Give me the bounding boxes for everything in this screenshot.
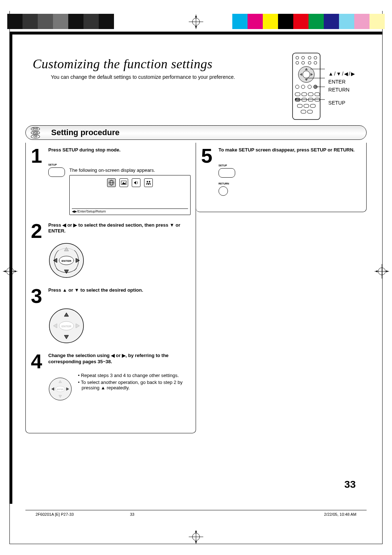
steps-left-column: 1 Press SETUP during stop mode. SETUP Th… [25, 143, 196, 433]
dpad-icon: ENTER [48, 308, 85, 344]
remote-arrows-label: ▲/▼/◀/▶ [328, 71, 356, 77]
svg-marker-9 [195, 541, 197, 543]
svg-marker-19 [386, 270, 388, 272]
step-heading: Press ◀ or ▶ to select the desired secti… [48, 222, 191, 235]
svg-marker-57 [122, 182, 126, 184]
audio-icon [132, 178, 140, 187]
osd-display: ◀▶/Enter/Setup/Return [69, 175, 191, 215]
step-heading: To make SETUP screen disappear, press SE… [219, 147, 355, 153]
svg-marker-18 [375, 270, 377, 272]
step-heading: Press ▲ or ▼ to select the desired optio… [48, 287, 143, 293]
dpad-icon: ENTER [48, 373, 72, 405]
footer: 2F60201A [E] P27-33 33 2/22/05, 10:48 AM [36, 512, 356, 516]
footer-rule [25, 510, 367, 510]
svg-point-30 [303, 71, 310, 78]
footer-mid: 33 [130, 512, 134, 516]
step-heading: Change the selection using ◀ or ▶, by re… [48, 353, 191, 365]
remote-enter-label: ENTER [328, 79, 356, 85]
svg-point-59 [149, 181, 150, 182]
disc-vcd: VCD [31, 131, 40, 135]
globe-icon [107, 178, 116, 187]
svg-text:ENTER: ENTER [61, 325, 71, 328]
page-number: 33 [344, 479, 356, 490]
svg-text:ENTER: ENTER [57, 388, 64, 390]
step-number: 2 [31, 222, 45, 240]
step-5: 5 To make SETUP screen disappear, press … [201, 147, 361, 197]
step-4: 4 Change the selection using ◀ or ▶, by … [31, 353, 191, 406]
disc-dvd: DVD [31, 127, 40, 131]
setup-button-icon: SETUP [48, 167, 65, 178]
color-bars [0, 14, 392, 29]
step-description: The following on-screen display appears. [69, 167, 191, 173]
section-heading: Setting procedure [51, 128, 119, 137]
top-band [9, 32, 383, 35]
steps-right-column: 5 To make SETUP screen disappear, press … [196, 143, 367, 212]
svg-text:ENTER: ENTER [61, 259, 71, 263]
step-heading: Press SETUP during stop mode. [48, 147, 121, 153]
bullet-item: To select another operation, go back to … [78, 380, 191, 390]
step-bullets: Repeat steps 3 and 4 to change other set… [78, 373, 191, 392]
remote-return-label: RETURN [328, 87, 356, 93]
step-number: 1 [31, 147, 45, 165]
return-button-icon: RETURN [219, 186, 361, 197]
footer-left: 2F60201A [E] P27-33 [36, 512, 74, 516]
svg-marker-14 [15, 270, 17, 272]
disc-badges: DVD VCD CD [31, 127, 40, 139]
disc-cd: CD [31, 135, 40, 138]
step-1: 1 Press SETUP during stop mode. SETUP Th… [31, 147, 191, 215]
step-3: 3 Press ▲ or ▼ to select the desired opt… [31, 287, 191, 345]
registration-mark-icon [189, 530, 203, 544]
svg-marker-13 [4, 270, 6, 272]
registration-mark-icon [375, 264, 389, 279]
parental-icon [144, 178, 153, 187]
setup-button-icon: SETUP [219, 168, 361, 179]
bullet-item: Repeat steps 3 and 4 to change other set… [78, 373, 191, 378]
step-number: 4 [31, 353, 45, 370]
svg-point-58 [147, 181, 148, 182]
step-number: 3 [31, 287, 45, 305]
dpad-icon: ENTER [48, 242, 85, 279]
section-header: DVD VCD CD Setting procedure [25, 125, 367, 140]
svg-marker-8 [195, 530, 197, 532]
step-2: 2 Press ◀ or ▶ to select the desired sec… [31, 222, 191, 280]
page-content: Customizing the function settings You ca… [25, 36, 367, 530]
remote-icon [292, 53, 325, 120]
picture-icon [119, 178, 128, 187]
remote-setup-label: SETUP [328, 100, 356, 106]
remote-diagram: ▲/▼/◀/▶ ENTER RETURN SETUP [292, 53, 356, 120]
osd-footer: ◀▶/Enter/Setup/Return [72, 208, 188, 213]
registration-mark-icon [3, 264, 17, 279]
footer-right: 2/22/05, 10:48 AM [324, 512, 356, 516]
svg-point-46 [295, 98, 297, 100]
step-number: 5 [201, 147, 215, 165]
